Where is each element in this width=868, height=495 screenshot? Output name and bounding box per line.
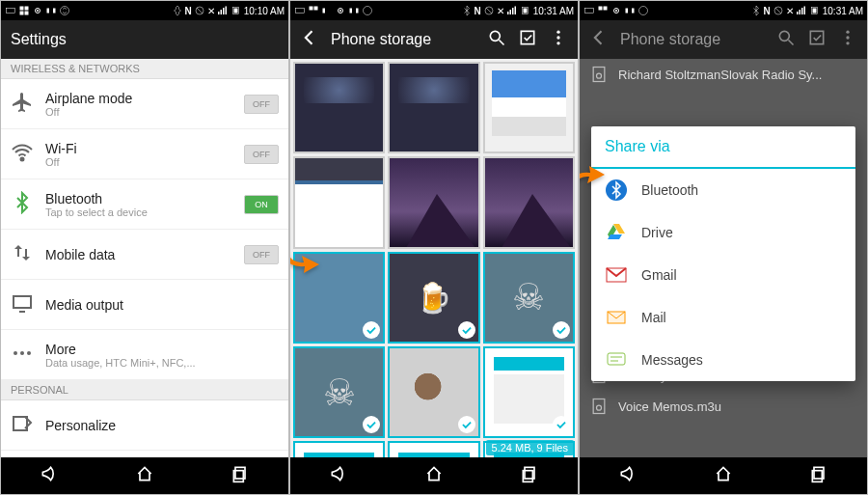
back-icon[interactable] <box>300 28 319 51</box>
page-title: Settings <box>11 31 67 48</box>
svg-rect-0 <box>7 9 15 14</box>
svg-rect-7 <box>47 9 50 14</box>
home-button[interactable] <box>714 464 733 487</box>
back-button[interactable] <box>329 464 348 487</box>
title-bar: Settings <box>1 20 288 59</box>
thumb-3[interactable] <box>483 62 575 153</box>
svg-rect-24 <box>314 7 318 11</box>
svg-rect-2 <box>25 7 29 11</box>
svg-rect-70 <box>608 353 625 365</box>
section-wireless: WIRELESS & NETWORKS <box>1 59 288 79</box>
row-mobile-data[interactable]: Mobile data OFF <box>1 230 288 280</box>
share-mail[interactable]: Mail <box>591 296 855 339</box>
page-title: Phone storage <box>331 31 431 48</box>
more-icon <box>11 342 34 369</box>
svg-rect-28 <box>350 9 353 14</box>
gmail-icon <box>605 263 628 287</box>
svg-point-62 <box>597 73 602 78</box>
select-icon[interactable] <box>518 28 537 51</box>
media-icon <box>11 291 34 318</box>
svg-rect-25 <box>323 9 326 14</box>
status-bar: N ✕ 10:31 AM <box>580 1 867 20</box>
nav-bar <box>580 457 867 494</box>
thumb-11[interactable] <box>388 346 479 438</box>
recent-button[interactable] <box>231 464 250 487</box>
thumb-10[interactable] <box>293 346 385 438</box>
file-3: Voice Memos.m3u <box>580 391 867 422</box>
phone-3-share: N ✕ 10:31 AM Phone storage Richard Stolt… <box>579 0 868 495</box>
thumb-14[interactable] <box>388 441 479 457</box>
share-bluetooth[interactable]: Bluetooth <box>591 169 855 211</box>
search-icon[interactable] <box>487 28 506 51</box>
back-button[interactable] <box>40 464 59 487</box>
status-bar: N ✕ 10:31 AM <box>290 1 578 20</box>
svg-point-38 <box>556 31 559 34</box>
svg-point-60 <box>846 41 849 44</box>
nav-bar <box>1 457 288 494</box>
share-gmail[interactable]: Gmail <box>591 254 855 296</box>
thumb-1[interactable] <box>293 62 385 153</box>
search-icon[interactable] <box>776 28 796 51</box>
time: 10:31 AM <box>823 6 863 16</box>
recent-button[interactable] <box>520 464 539 487</box>
svg-point-14 <box>21 157 24 160</box>
svg-point-47 <box>615 10 617 12</box>
messages-icon <box>605 348 628 371</box>
svg-rect-57 <box>810 31 823 43</box>
svg-point-50 <box>639 7 648 15</box>
svg-point-58 <box>846 31 849 34</box>
thumb-13[interactable] <box>293 441 385 457</box>
row-personalize[interactable]: Personalize <box>1 400 288 451</box>
row-airplane[interactable]: Airplane modeOff OFF <box>1 79 288 129</box>
back-button[interactable] <box>618 464 637 487</box>
home-button[interactable] <box>135 464 154 487</box>
toggle-mobile[interactable]: OFF <box>244 245 279 264</box>
thumb-2[interactable] <box>388 62 479 153</box>
status-bar: N ✕ 10:10 AM <box>1 1 288 20</box>
select-icon[interactable] <box>807 28 827 51</box>
thumb-8[interactable] <box>388 252 479 344</box>
row-media-output[interactable]: Media output <box>1 280 288 330</box>
svg-line-36 <box>500 41 504 45</box>
section-personal: PERSONAL <box>1 380 288 400</box>
back-icon[interactable] <box>589 28 609 51</box>
svg-rect-29 <box>356 9 359 14</box>
thumb-6[interactable] <box>483 156 575 248</box>
share-drive[interactable]: Drive <box>591 211 855 254</box>
toggle-bluetooth[interactable]: ON <box>244 195 279 214</box>
thumb-12[interactable] <box>483 346 575 438</box>
toggle-wifi[interactable]: OFF <box>244 145 279 164</box>
bluetooth-icon <box>11 191 34 218</box>
airplane-icon <box>11 91 34 118</box>
settings-body: WIRELESS & NETWORKS Airplane modeOff OFF… <box>1 59 288 457</box>
file-1: Richard StoltzmanSlovak Radio Sy... <box>580 59 867 90</box>
thumb-9[interactable] <box>483 252 575 344</box>
dialog-title: Share via <box>591 126 855 169</box>
share-messages[interactable]: Messages <box>591 339 855 381</box>
thumb-5[interactable] <box>388 156 479 248</box>
arrow-to-grid <box>289 231 321 274</box>
svg-rect-48 <box>626 9 629 14</box>
time: 10:10 AM <box>244 6 285 16</box>
overflow-icon[interactable] <box>549 28 568 51</box>
svg-rect-43 <box>585 9 594 14</box>
overflow-icon[interactable] <box>838 28 857 51</box>
svg-rect-13 <box>233 9 237 14</box>
svg-point-55 <box>779 31 789 41</box>
recent-button[interactable] <box>809 464 828 487</box>
svg-rect-37 <box>521 31 533 43</box>
svg-rect-15 <box>14 296 31 308</box>
svg-line-56 <box>789 41 794 45</box>
svg-rect-49 <box>632 9 635 14</box>
toggle-airplane[interactable]: OFF <box>244 95 279 114</box>
svg-rect-54 <box>812 9 816 14</box>
row-bluetooth[interactable]: BluetoothTap to select a device ON <box>1 179 288 230</box>
share-dialog: Share via Bluetooth Drive Gmail Mail Mes… <box>591 126 855 381</box>
svg-rect-22 <box>296 9 305 14</box>
drive-icon <box>605 221 628 244</box>
row-more[interactable]: MoreData usage, HTC Mini+, NFC,... <box>1 330 288 380</box>
svg-rect-8 <box>53 9 56 14</box>
row-wifi[interactable]: Wi-FiOff OFF <box>1 129 288 179</box>
svg-point-16 <box>14 351 17 355</box>
home-button[interactable] <box>424 464 444 487</box>
